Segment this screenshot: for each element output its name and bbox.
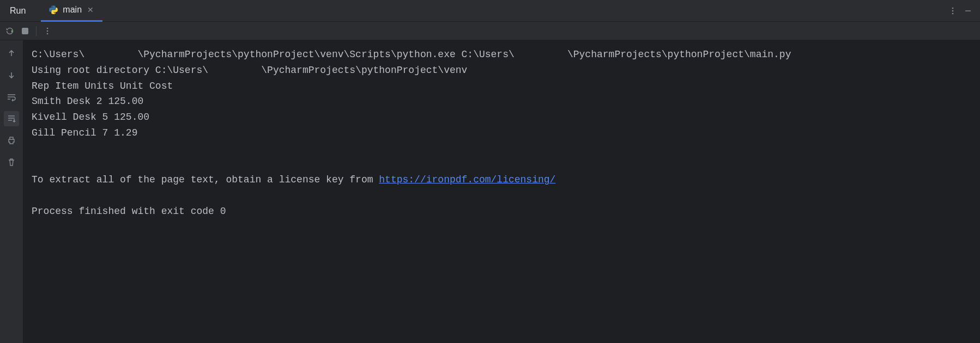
output-line: Rep Item Units Unit Cost <box>32 81 173 91</box>
output-line: \PycharmProjects\pythonProject\venv <box>261 65 467 76</box>
svg-point-1 <box>952 10 954 11</box>
close-tab-icon[interactable]: ✕ <box>86 5 95 14</box>
console-output[interactable]: C:\Users\ \PycharmProjects\pythonProject… <box>23 40 980 343</box>
options-icon[interactable] <box>945 3 960 19</box>
run-panel-title: Run <box>4 6 31 16</box>
license-link[interactable]: https://ironpdf.com/licensing/ <box>379 174 555 185</box>
soft-wrap-icon[interactable] <box>4 89 19 105</box>
python-icon <box>49 5 58 15</box>
top-bar: Run main ✕ <box>0 0 980 22</box>
run-tool-window: Run main ✕ <box>0 0 980 343</box>
svg-point-4 <box>47 27 49 29</box>
down-stack-icon[interactable] <box>4 68 19 83</box>
output-line: C:\Users\ <box>32 49 84 60</box>
run-toolbar <box>0 22 980 40</box>
toolbar-divider <box>36 26 37 36</box>
svg-point-6 <box>47 33 49 34</box>
svg-point-5 <box>47 30 49 32</box>
output-line: Kivell Desk 5 125.00 <box>32 112 149 122</box>
left-gutter <box>0 40 23 343</box>
output-line: \PycharmProjects\pythonProject\venv\Scri… <box>137 49 514 60</box>
output-line: Gill Pencil 7 1.29 <box>32 127 137 138</box>
run-config-tab[interactable]: main ✕ <box>41 0 102 22</box>
minimize-icon[interactable] <box>960 3 976 19</box>
exit-line: Process finished with exit code 0 <box>32 206 226 217</box>
tab-label: main <box>63 5 82 15</box>
trash-icon[interactable] <box>4 155 19 170</box>
print-icon[interactable] <box>4 133 19 148</box>
stop-button[interactable] <box>19 24 32 38</box>
output-line: Using root directory C:\Users\ <box>32 65 208 76</box>
more-actions-icon[interactable] <box>41 24 54 38</box>
svg-rect-3 <box>965 10 971 11</box>
scroll-to-end-icon[interactable] <box>4 111 19 126</box>
up-stack-icon[interactable] <box>4 46 19 61</box>
output-line: Smith Desk 2 125.00 <box>32 96 143 107</box>
output-line: To extract all of the page text, obtain … <box>32 174 379 185</box>
main-area: C:\Users\ \PycharmProjects\pythonProject… <box>0 40 980 343</box>
svg-point-0 <box>952 7 954 9</box>
output-line: \PycharmProjects\pythonProject\main.py <box>567 49 791 60</box>
svg-point-2 <box>952 13 954 14</box>
rerun-button[interactable] <box>3 24 16 38</box>
